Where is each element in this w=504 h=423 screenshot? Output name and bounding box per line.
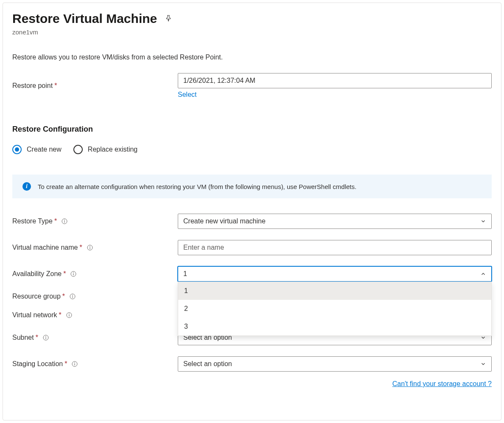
page-title: Restore Virtual Machine — [12, 11, 157, 26]
info-banner-text: To create an alternate configuration whe… — [38, 183, 356, 190]
radio-replace-existing-label: Replace existing — [88, 146, 137, 153]
pin-icon[interactable] — [165, 14, 172, 23]
resource-group-label-text: Resource group — [12, 293, 61, 300]
info-circle-icon[interactable] — [71, 361, 78, 367]
vm-name-input[interactable] — [178, 240, 492, 255]
radio-replace-existing[interactable]: Replace existing — [73, 145, 137, 154]
availability-zone-option-3[interactable]: 3 — [178, 318, 491, 336]
page-subtitle: zone1vm — [12, 28, 492, 36]
availability-zone-label: Availability Zone * — [12, 270, 178, 278]
radio-create-new[interactable]: Create new — [12, 145, 62, 154]
restore-type-select[interactable]: Create new virtual machine — [178, 214, 492, 229]
subnet-label: Subnet * — [12, 334, 178, 341]
header-row: Restore Virtual Machine — [12, 11, 492, 26]
chevron-up-icon — [480, 271, 486, 277]
info-circle-icon[interactable] — [42, 334, 49, 341]
restore-type-value: Create new virtual machine — [183, 217, 266, 225]
restore-description: Restore allows you to restore VM/disks f… — [12, 54, 492, 61]
virtual-network-label-text: Virtual network — [12, 311, 57, 319]
info-circle-icon[interactable] — [61, 218, 68, 225]
radio-create-new-indicator — [12, 145, 22, 154]
availability-zone-select[interactable]: 1 — [178, 266, 492, 282]
svg-point-11 — [73, 295, 73, 296]
required-asterisk: * — [54, 82, 57, 90]
svg-point-20 — [75, 363, 75, 363]
restore-form: Restore Type * Create new virtual machin… — [12, 214, 492, 388]
availability-zone-label-text: Availability Zone — [12, 270, 62, 278]
required-asterisk: * — [59, 311, 62, 319]
svg-point-2 — [64, 220, 65, 220]
restore-type-label: Restore Type * — [12, 217, 178, 225]
chevron-down-icon — [480, 361, 486, 367]
info-icon: i — [22, 182, 31, 191]
required-asterisk: * — [63, 270, 66, 278]
vm-name-label-text: Virtual machine name — [12, 244, 78, 251]
resource-group-label: Resource group * — [12, 293, 178, 300]
storage-help-row: Can't find your storage account ? — [12, 378, 492, 388]
restore-point-input[interactable]: 1/26/2021, 12:37:04 AM — [178, 73, 492, 88]
restore-type-label-text: Restore Type — [12, 217, 53, 225]
staging-location-select[interactable]: Select an option — [178, 356, 492, 372]
restore-point-row: Restore point * 1/26/2021, 12:37:04 AM S… — [12, 73, 492, 99]
restore-point-label: Restore point * — [12, 82, 178, 90]
restore-config-radios: Create new Replace existing — [12, 145, 492, 154]
required-asterisk: * — [79, 244, 82, 251]
vm-name-label: Virtual machine name * — [12, 244, 178, 251]
info-banner: i To create an alternate configuration w… — [12, 175, 492, 198]
staging-location-row: Staging Location * Select an option — [12, 356, 492, 372]
availability-zone-value: 1 — [183, 270, 187, 278]
radio-replace-existing-indicator — [73, 145, 83, 154]
info-circle-icon[interactable] — [87, 244, 93, 251]
svg-point-5 — [90, 246, 90, 247]
storage-account-help-link[interactable]: Can't find your storage account ? — [392, 380, 492, 388]
info-circle-icon[interactable] — [69, 293, 76, 300]
restore-point-label-text: Restore point — [12, 82, 53, 90]
select-restore-point-link[interactable]: Select — [178, 91, 196, 99]
required-asterisk: * — [54, 217, 57, 225]
restore-config-heading: Restore Configuration — [12, 125, 492, 134]
info-circle-icon[interactable] — [66, 312, 73, 319]
required-asterisk: * — [64, 360, 67, 368]
svg-point-14 — [69, 314, 69, 314]
restore-type-row: Restore Type * Create new virtual machin… — [12, 214, 492, 229]
required-asterisk: * — [36, 334, 38, 341]
restore-point-value: 1/26/2021, 12:37:04 AM — [183, 77, 255, 85]
availability-zone-option-2[interactable]: 2 — [178, 300, 491, 318]
staging-location-label: Staging Location * — [12, 360, 178, 368]
required-asterisk: * — [62, 293, 65, 300]
staging-location-value: Select an option — [183, 360, 232, 368]
radio-create-new-label: Create new — [27, 146, 62, 153]
availability-zone-dropdown: 1 2 3 — [178, 282, 492, 336]
info-circle-icon[interactable] — [70, 271, 77, 277]
restore-vm-panel: Restore Virtual Machine zone1vm Restore … — [3, 3, 501, 420]
chevron-down-icon — [480, 218, 486, 224]
availability-zone-row: Availability Zone * 1 1 2 3 — [12, 266, 492, 282]
restore-point-input-col: 1/26/2021, 12:37:04 AM Select — [178, 73, 492, 99]
virtual-network-label: Virtual network * — [12, 311, 178, 319]
vm-name-row: Virtual machine name * — [12, 240, 492, 255]
svg-point-8 — [73, 273, 74, 273]
availability-zone-option-1[interactable]: 1 — [178, 282, 491, 300]
subnet-label-text: Subnet — [12, 334, 34, 341]
staging-location-label-text: Staging Location — [12, 360, 63, 368]
svg-point-17 — [45, 336, 46, 337]
